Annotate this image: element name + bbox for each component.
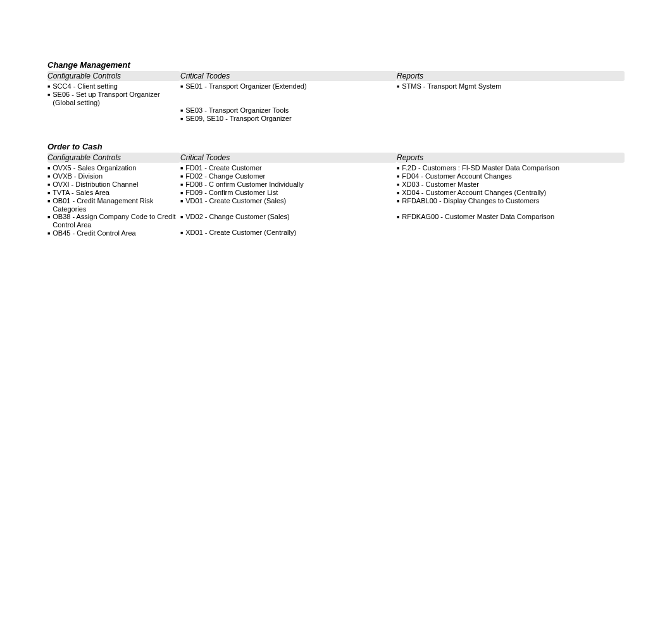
bullet-icon: ■ bbox=[180, 180, 183, 189]
col-configurable-controls: Configurable Controls ■SCC4 - Client set… bbox=[47, 71, 180, 123]
bullet-icon: ■ bbox=[47, 197, 50, 205]
list-item: ■XD04 - Customer Account Changes (Centra… bbox=[397, 189, 625, 197]
list-item: ■OVXB - Division bbox=[47, 172, 180, 180]
bullet-icon: ■ bbox=[47, 164, 50, 172]
list-item: ■SE06 - Set up Transport Organizer (Glob… bbox=[47, 91, 180, 106]
list-item-empty bbox=[397, 106, 625, 114]
section-order-to-cash: Order to Cash Configurable Controls ■OVX… bbox=[47, 142, 625, 237]
list-item: ■XD01 - Create Customer (Centrally) bbox=[180, 229, 397, 237]
col-header: Critical Tcodes bbox=[180, 153, 397, 163]
bullet-icon: ■ bbox=[47, 172, 50, 180]
list-item-empty bbox=[180, 91, 397, 106]
list-item: ■FD02 - Change Customer bbox=[180, 172, 397, 180]
list-item: ■SE01 - Transport Organizer (Extended) bbox=[180, 82, 397, 91]
list-item: ■FD01 - Create Customer bbox=[180, 164, 397, 172]
list-item-empty bbox=[47, 106, 180, 114]
list-item: ■TVTA - Sales Area bbox=[47, 189, 180, 197]
list-item: ■OB38 - Assign Company Code to Credit Co… bbox=[47, 213, 180, 229]
bullet-icon: ■ bbox=[47, 189, 50, 197]
list-item: ■SE09, SE10 - Transport Organizer bbox=[180, 115, 397, 123]
bullet-icon: ■ bbox=[47, 91, 50, 99]
list-item: ■F.2D - Customers : FI-SD Master Data Co… bbox=[397, 164, 625, 172]
col-reports: Reports ■STMS - Transport Mgmt System bbox=[397, 71, 625, 123]
list-item: ■VD02 - Change Customer (Sales) bbox=[180, 213, 397, 229]
col-header: Reports bbox=[397, 153, 625, 163]
col-header: Reports bbox=[397, 71, 625, 81]
col-header: Critical Tcodes bbox=[180, 71, 397, 81]
bullet-icon: ■ bbox=[180, 164, 183, 172]
list-item: ■XD03 - Customer Master bbox=[397, 180, 625, 189]
bullet-icon: ■ bbox=[180, 106, 183, 115]
section-title: Order to Cash bbox=[47, 142, 625, 151]
bullet-icon: ■ bbox=[47, 213, 50, 221]
list-item: ■RFDABL00 - Display Changes to Customers bbox=[397, 197, 625, 213]
list-item: ■RFDKAG00 - Customer Master Data Compari… bbox=[397, 213, 625, 229]
bullet-icon: ■ bbox=[47, 229, 50, 237]
list-item: ■FD09 - Confirm Customer List bbox=[180, 189, 397, 197]
list-item: ■OB01 - Credit Management Risk Categorie… bbox=[47, 197, 180, 213]
document-content: Change Management Configurable Controls … bbox=[0, 0, 672, 282]
bullet-icon: ■ bbox=[397, 197, 399, 205]
bullet-icon: ■ bbox=[397, 213, 399, 221]
bullet-icon: ■ bbox=[397, 82, 399, 91]
column-row: Configurable Controls ■SCC4 - Client set… bbox=[47, 71, 625, 123]
bullet-icon: ■ bbox=[180, 197, 183, 205]
bullet-icon: ■ bbox=[397, 180, 399, 189]
bullet-icon: ■ bbox=[47, 180, 50, 189]
col-critical-tcodes: Critical Tcodes ■FD01 - Create Customer … bbox=[180, 153, 397, 237]
bullet-icon: ■ bbox=[180, 115, 183, 123]
list-item-empty bbox=[397, 91, 625, 106]
bullet-icon: ■ bbox=[180, 229, 183, 237]
col-header: Configurable Controls bbox=[47, 71, 180, 81]
bullet-icon: ■ bbox=[180, 189, 183, 197]
bullet-icon: ■ bbox=[47, 82, 50, 91]
list-item-empty bbox=[47, 114, 180, 122]
bullet-icon: ■ bbox=[180, 172, 183, 180]
list-item: ■OVX5 - Sales Organization bbox=[47, 164, 180, 172]
list-item: ■OVXI - Distribution Channel bbox=[47, 180, 180, 189]
list-item-empty bbox=[397, 229, 625, 236]
bullet-icon: ■ bbox=[397, 172, 399, 180]
col-header: Configurable Controls bbox=[47, 153, 180, 163]
bullet-icon: ■ bbox=[397, 164, 399, 172]
column-row: Configurable Controls ■OVX5 - Sales Orga… bbox=[47, 153, 625, 237]
list-item: ■SE03 - Transport Organizer Tools bbox=[180, 106, 397, 115]
col-critical-tcodes: Critical Tcodes ■SE01 - Transport Organi… bbox=[180, 71, 397, 123]
list-item: ■VD01 - Create Customer (Sales) bbox=[180, 197, 397, 213]
col-reports: Reports ■F.2D - Customers : FI-SD Master… bbox=[397, 153, 625, 237]
list-item: ■STMS - Transport Mgmt System bbox=[397, 82, 625, 91]
list-item: ■OB45 - Credit Control Area bbox=[47, 229, 180, 237]
list-item-empty bbox=[397, 114, 625, 122]
bullet-icon: ■ bbox=[180, 82, 183, 91]
list-item: ■FD08 - C onfirm Customer Individually bbox=[180, 180, 397, 189]
section-title: Change Management bbox=[47, 60, 625, 70]
list-item: ■FD04 - Customer Account Changes bbox=[397, 172, 625, 180]
section-change-management: Change Management Configurable Controls … bbox=[47, 60, 625, 123]
col-configurable-controls: Configurable Controls ■OVX5 - Sales Orga… bbox=[47, 153, 180, 237]
bullet-icon: ■ bbox=[180, 213, 183, 221]
bullet-icon: ■ bbox=[397, 189, 399, 197]
list-item: ■SCC4 - Client setting bbox=[47, 82, 180, 91]
